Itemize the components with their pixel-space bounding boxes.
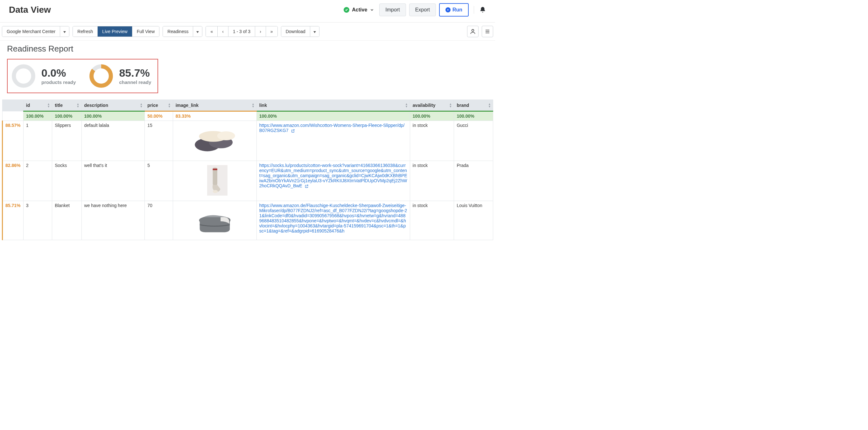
pager: « ‹ 1 - 3 of 3 › » xyxy=(206,26,277,37)
channel-dropdown-caret[interactable] xyxy=(60,26,69,37)
data-table: id▲▼ title▲▼ description▲▼ price▲▼ image… xyxy=(2,100,493,240)
svg-point-4 xyxy=(14,66,33,86)
refresh-button[interactable]: Refresh xyxy=(73,26,98,37)
sort-down-icon: ▼ xyxy=(77,105,80,108)
pct-description: 100.00% xyxy=(82,111,145,121)
product-image-slippers xyxy=(191,123,239,158)
readiness-button[interactable]: Readiness xyxy=(163,26,193,37)
cell-brand: Gucci xyxy=(454,121,493,161)
pager-indicator: 1 - 3 of 3 xyxy=(228,26,255,37)
status-label: Active xyxy=(352,7,367,13)
page-header: Data View Active Import Export Run xyxy=(0,0,495,23)
pct-title: 100.00% xyxy=(52,111,82,121)
header-brand[interactable]: brand▲▼ xyxy=(454,100,493,111)
product-link[interactable]: https://socks.lu/products/cotton-work-so… xyxy=(259,163,407,188)
svg-rect-12 xyxy=(213,168,217,186)
view-controls: Refresh Live Preview Full View xyxy=(72,26,159,37)
export-button[interactable]: Export xyxy=(409,3,436,16)
channel-ready-label: channel ready xyxy=(119,79,151,85)
pct-brand: 100.00% xyxy=(454,111,493,121)
product-image-blanket xyxy=(191,203,239,238)
sort-down-icon: ▼ xyxy=(47,105,50,108)
cell-image xyxy=(173,161,256,201)
cell-availability: in stock xyxy=(410,161,454,201)
sort-down-icon: ▼ xyxy=(140,105,143,108)
header-description[interactable]: description▲▼ xyxy=(82,100,145,111)
channel-selector: Google Merchant Center xyxy=(2,26,69,37)
cell-availability: in stock xyxy=(410,201,454,240)
product-image-socks xyxy=(191,163,239,198)
svg-rect-13 xyxy=(213,169,217,170)
chevron-down-icon xyxy=(370,8,374,12)
cell-price: 15 xyxy=(145,121,173,161)
product-link[interactable]: https://www.amazon.de/Flauschige-Kuschel… xyxy=(259,203,407,233)
channel-ready-card: 85.7% channel ready xyxy=(89,63,151,89)
product-link[interactable]: https://www.amazon.com/Wishcotton-Womens… xyxy=(259,123,404,133)
cell-price: 70 xyxy=(145,201,173,240)
caret-down-icon xyxy=(63,31,66,33)
cell-description: default lalala xyxy=(82,121,145,161)
table-row: 88.57% 1 Slippers default lalala 15 xyxy=(3,121,493,161)
sort-down-icon: ▼ xyxy=(252,105,254,108)
cell-brand: Prada xyxy=(454,161,493,201)
live-preview-tab[interactable]: Live Preview xyxy=(98,26,132,37)
pager-first[interactable]: « xyxy=(206,26,218,37)
svg-point-10 xyxy=(217,131,235,140)
toolbar: Google Merchant Center Refresh Live Prev… xyxy=(0,23,495,41)
cell-description: we have nothing here xyxy=(82,201,145,240)
cell-id: 3 xyxy=(23,201,52,240)
report-cards: 0.0% products ready 85.7% channel ready xyxy=(7,59,158,93)
pager-next[interactable]: › xyxy=(255,26,266,37)
pct-link: 100.00% xyxy=(256,111,410,121)
channel-ready-donut-icon xyxy=(89,63,114,89)
cell-title: Socks xyxy=(52,161,82,201)
header-image-link[interactable]: image_link▲▼ xyxy=(173,100,256,111)
sort-down-icon: ▼ xyxy=(405,105,408,108)
status-indicator[interactable]: Active xyxy=(344,7,374,13)
cell-id: 1 xyxy=(23,121,52,161)
pct-image-link: 83.33% xyxy=(173,111,256,121)
pct-availability: 100.00% xyxy=(410,111,454,121)
products-ready-label: products ready xyxy=(41,79,76,85)
channel-ready-pct: 85.7% xyxy=(119,67,151,79)
cell-link: https://socks.lu/products/cotton-work-so… xyxy=(256,161,410,201)
header-title[interactable]: title▲▼ xyxy=(52,100,82,111)
sort-down-icon: ▼ xyxy=(168,105,171,108)
cell-title: Slippers xyxy=(52,121,82,161)
download-button[interactable]: Download xyxy=(281,26,310,37)
cell-image xyxy=(173,121,256,161)
header-link[interactable]: link▲▼ xyxy=(256,100,410,111)
cell-description: well that's it xyxy=(82,161,145,201)
pager-last[interactable]: » xyxy=(266,26,277,37)
download-dropdown-caret[interactable] xyxy=(310,26,319,37)
external-link-icon xyxy=(291,129,295,133)
menu-button[interactable] xyxy=(482,26,493,37)
header-id[interactable]: id▲▼ xyxy=(23,100,52,111)
svg-point-14 xyxy=(213,190,218,193)
pct-id: 100.00% xyxy=(23,111,52,121)
user-icon xyxy=(470,28,476,35)
cell-brand: Louis Vuitton xyxy=(454,201,493,240)
pct-price: 50.00% xyxy=(145,111,173,121)
play-circle-icon xyxy=(445,7,451,12)
cell-availability: in stock xyxy=(410,121,454,161)
divider xyxy=(474,6,474,14)
readiness-dropdown-caret[interactable] xyxy=(193,26,202,37)
download-selector: Download xyxy=(281,26,319,37)
channel-button[interactable]: Google Merchant Center xyxy=(2,26,60,37)
full-view-tab[interactable]: Full View xyxy=(132,26,159,37)
header-price[interactable]: price▲▼ xyxy=(145,100,173,111)
bell-icon[interactable] xyxy=(479,6,486,13)
user-profile-button[interactable] xyxy=(467,26,478,37)
pager-prev[interactable]: ‹ xyxy=(218,26,228,37)
header-availability[interactable]: availability▲▼ xyxy=(410,100,454,111)
import-button[interactable]: Import xyxy=(379,3,406,16)
caret-down-icon xyxy=(196,31,199,33)
run-label: Run xyxy=(453,7,462,13)
run-button[interactable]: Run xyxy=(439,3,469,16)
products-ready-pct: 0.0% xyxy=(41,67,76,79)
pct-blank xyxy=(3,111,24,121)
table-header-row: id▲▼ title▲▼ description▲▼ price▲▼ image… xyxy=(3,100,493,111)
header-rowpct xyxy=(3,100,24,111)
cell-image xyxy=(173,201,256,240)
